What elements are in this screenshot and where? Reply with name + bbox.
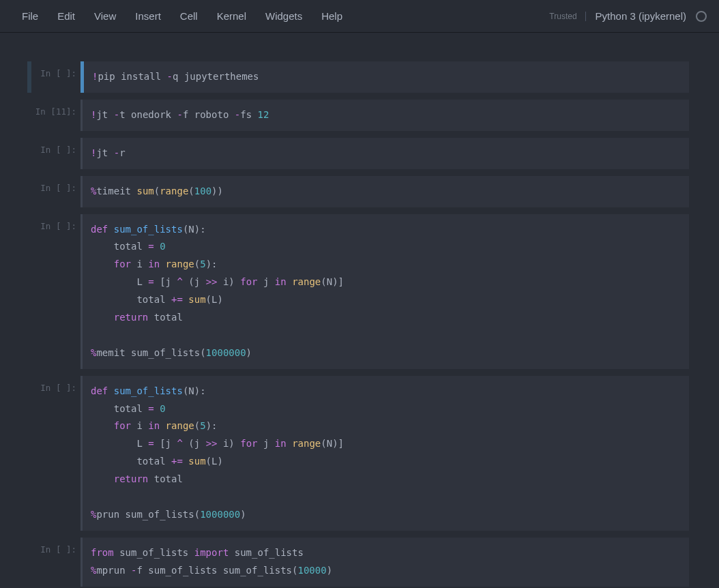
code-cell[interactable]: In [ ]:%timeit sum(range(100)) <box>27 176 689 207</box>
code-cell[interactable]: In [ ]:!jt -r <box>27 138 689 169</box>
menu-left: FileEditViewInsertCellKernelWidgetsHelp <box>12 5 352 27</box>
cell-prompt: In [ ]: <box>27 376 80 531</box>
menu-view[interactable]: View <box>85 5 126 27</box>
menu-kernel[interactable]: Kernel <box>207 5 256 27</box>
cell-prompt: In [ ]: <box>27 176 80 207</box>
cell-input[interactable]: def sum_of_lists(N): total = 0 for i in … <box>80 376 689 531</box>
menu-cell[interactable]: Cell <box>171 5 207 27</box>
cell-prompt: In [ ]: <box>27 61 80 93</box>
notebook-area[interactable]: In [ ]:!pip install -q jupyterthemesIn [… <box>0 33 719 587</box>
kernel-name[interactable]: Python 3 (ipykernel) <box>596 10 686 22</box>
cell-prompt: In [ ]: <box>27 138 80 169</box>
code-cell[interactable]: In [ ]:!pip install -q jupyterthemes <box>27 61 689 93</box>
menu-widgets[interactable]: Widgets <box>256 5 312 27</box>
cell-prompt: In [11]: <box>27 100 80 131</box>
code-cell[interactable]: In [11]:!jt -t onedork -f roboto -fs 12 <box>27 100 689 131</box>
menu-right: Trusted Python 3 (ipykernel) <box>549 10 707 22</box>
menu-file[interactable]: File <box>12 5 48 27</box>
cell-prompt: In [ ]: <box>27 214 80 369</box>
cell-input[interactable]: !pip install -q jupyterthemes <box>80 61 689 93</box>
cell-input[interactable]: def sum_of_lists(N): total = 0 for i in … <box>80 214 689 369</box>
cell-input[interactable]: !jt -t onedork -f roboto -fs 12 <box>80 100 689 131</box>
cell-input[interactable]: !jt -r <box>80 138 689 169</box>
menu-insert[interactable]: Insert <box>126 5 171 27</box>
kernel-status-icon[interactable] <box>696 11 707 22</box>
cell-input[interactable]: from sum_of_lists import sum_of_lists %m… <box>80 538 689 587</box>
menu-edit[interactable]: Edit <box>48 5 85 27</box>
code-cell[interactable]: In [ ]:from sum_of_lists import sum_of_l… <box>27 538 689 587</box>
trusted-indicator: Trusted <box>549 12 585 21</box>
menubar: FileEditViewInsertCellKernelWidgetsHelp … <box>0 0 719 33</box>
menu-help[interactable]: Help <box>312 5 352 27</box>
code-cell[interactable]: In [ ]:def sum_of_lists(N): total = 0 fo… <box>27 214 689 369</box>
cell-input[interactable]: %timeit sum(range(100)) <box>80 176 689 207</box>
code-cell[interactable]: In [ ]:def sum_of_lists(N): total = 0 fo… <box>27 376 689 531</box>
cell-prompt: In [ ]: <box>27 538 80 587</box>
